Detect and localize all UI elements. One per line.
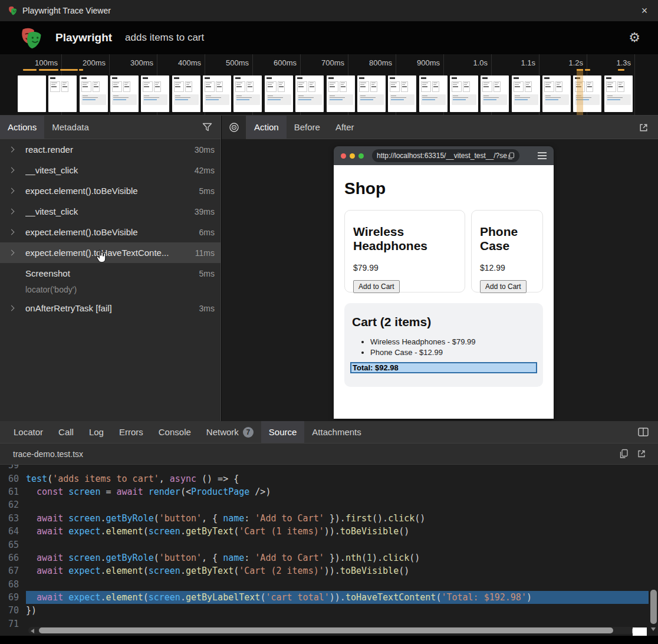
film-strip-thumbnail[interactable]	[233, 75, 262, 112]
app-header: Playwright adds items to cart ⚙	[0, 21, 658, 54]
horizontal-scrollbar-track	[28, 627, 638, 634]
timeline-selection-band[interactable]	[577, 69, 583, 115]
timeline-tick-label: 300ms	[112, 58, 153, 67]
film-strip-thumbnail[interactable]	[388, 75, 416, 112]
chevron-right-icon[interactable]	[9, 306, 21, 310]
timeline-strip[interactable]: 100ms200ms300ms400ms500ms600ms700ms800ms…	[0, 54, 658, 116]
open-snapshot-external-icon[interactable]	[633, 116, 653, 139]
line-number: 62	[0, 500, 26, 510]
scroll-down-arrow-icon[interactable]	[651, 627, 656, 631]
timeline-tick-label: 500ms	[208, 58, 249, 67]
snapshot-browser-window: http://localhost:63315/__vitest_test__/?…	[334, 146, 554, 419]
window-title: Playwright Trace Viewer	[22, 6, 111, 15]
film-strip-thumbnail[interactable]	[295, 75, 324, 112]
snapshot-tabs: ActionBeforeAfter	[246, 116, 362, 139]
gear-icon[interactable]: ⚙	[629, 31, 640, 45]
tab-before[interactable]: Before	[287, 116, 328, 139]
filter-icon[interactable]	[197, 116, 217, 139]
tab-errors[interactable]: Errors	[111, 421, 151, 443]
film-strip-thumbnail[interactable]	[481, 75, 509, 112]
timeline-tick-label: 1.0s	[446, 58, 488, 67]
add-to-cart-button[interactable]: Add to Cart	[480, 280, 527, 293]
tab-source[interactable]: Source	[261, 421, 305, 443]
open-source-external-icon[interactable]	[637, 449, 646, 459]
code-line: 63 await screen.getByRole('button', { na…	[0, 512, 649, 525]
tab-log[interactable]: Log	[81, 421, 111, 443]
action-name: onAfterRetryTask [fail]	[25, 303, 196, 313]
code-text: const screen = await render(<ProductPage…	[26, 485, 649, 498]
film-strip-thumbnail[interactable]	[450, 75, 478, 112]
chevron-right-icon[interactable]	[9, 189, 21, 193]
action-row[interactable]: onAfterRetryTask [fail]3ms	[0, 298, 221, 318]
action-row[interactable]: Screenshot5ms	[0, 263, 221, 284]
actions-panel: ActionsMetadata react.render30ms__vitest…	[0, 116, 221, 421]
film-strip-thumbnail[interactable]	[265, 75, 293, 112]
line-number: 59	[0, 465, 26, 471]
close-icon[interactable]: ×	[638, 4, 651, 17]
browser-menu-icon[interactable]	[538, 152, 547, 159]
code-text	[26, 465, 649, 472]
tab-attachments[interactable]: Attachments	[304, 421, 369, 443]
chevron-right-icon[interactable]	[9, 147, 21, 152]
chevron-right-icon[interactable]	[9, 251, 21, 255]
action-duration-bar	[585, 69, 590, 71]
chevron-right-icon[interactable]	[9, 168, 21, 172]
playwright-masks-icon	[7, 5, 18, 16]
film-strip-thumbnail[interactable]	[357, 75, 386, 112]
film-strip-thumbnail[interactable]	[604, 75, 633, 112]
action-row[interactable]: __vitest_click42ms	[0, 160, 221, 180]
code-text	[26, 498, 649, 511]
tab-after[interactable]: After	[328, 116, 362, 139]
film-strip-thumbnail[interactable]	[512, 75, 540, 112]
code-text: await expect.element(screen.getByText('C…	[26, 564, 649, 577]
action-duration: 11ms	[192, 248, 221, 258]
cart-item: Phone Case - $12.99	[370, 348, 476, 357]
product-card: Phone Case$12.99Add to Cart	[471, 210, 543, 293]
split-panel-icon[interactable]	[638, 428, 649, 436]
vertical-scrollbar[interactable]	[650, 590, 657, 624]
chevron-right-icon[interactable]	[9, 230, 21, 234]
film-strip-thumbnail[interactable]	[203, 75, 231, 112]
snapshot-page: Shop Wireless Headphones$79.99Add to Car…	[334, 165, 554, 419]
code-line: 59	[0, 465, 649, 472]
film-strip-thumbnail[interactable]	[80, 75, 108, 112]
tab-console[interactable]: Console	[151, 421, 199, 443]
code-text: await expect.element(screen.getByText('C…	[26, 525, 649, 538]
film-strip-thumbnail[interactable]	[141, 75, 169, 112]
film-strip-thumbnail[interactable]	[327, 75, 355, 112]
cart-heading: Cart (2 items)	[352, 315, 431, 329]
action-row[interactable]: __vitest_click39ms	[0, 201, 221, 222]
code-lines: 5960test('adds items to cart', async () …	[0, 465, 649, 630]
tab-call[interactable]: Call	[51, 421, 81, 443]
chevron-right-icon[interactable]	[9, 209, 21, 213]
actions-list: react.render30ms__vitest_click42msexpect…	[0, 139, 221, 421]
actions-toolbar: ActionsMetadata	[0, 116, 221, 139]
line-number: 61	[0, 487, 26, 497]
film-strip-thumbnail[interactable]	[419, 75, 448, 112]
line-number: 60	[0, 474, 26, 484]
tab-actions[interactable]: Actions	[0, 116, 44, 139]
copy-url-icon[interactable]	[508, 152, 515, 160]
trace-viewer-app: Playwright Trace Viewer × Playwright add…	[0, 0, 658, 644]
action-row[interactable]: expect.element().toHaveTextConte...11ms	[0, 242, 221, 263]
copy-source-icon[interactable]	[619, 449, 629, 459]
horizontal-scrollbar[interactable]	[39, 627, 613, 633]
film-strip-thumbnail[interactable]	[18, 75, 46, 112]
pick-locator-icon[interactable]	[222, 116, 246, 139]
film-strip-thumbnail[interactable]	[48, 75, 77, 112]
scroll-left-arrow-icon[interactable]	[31, 629, 34, 633]
action-row[interactable]: expect.element().toBeVisible5ms	[0, 180, 221, 201]
action-name: __vitest_click	[25, 206, 191, 216]
tab-network[interactable]: Network7	[199, 421, 261, 443]
add-to-cart-button[interactable]: Add to Cart	[353, 280, 400, 293]
tab-metadata[interactable]: Metadata	[44, 116, 97, 139]
product-price: $12.99	[480, 263, 534, 272]
tab-locator[interactable]: Locator	[6, 421, 51, 443]
film-strip-thumbnail[interactable]	[172, 75, 200, 112]
film-strip-thumbnail[interactable]	[110, 75, 139, 112]
film-strip-thumbnail[interactable]	[542, 75, 571, 112]
tab-action[interactable]: Action	[246, 116, 287, 139]
window-titlebar: Playwright Trace Viewer ×	[0, 0, 658, 21]
action-row[interactable]: react.render30ms	[0, 139, 221, 160]
action-row[interactable]: expect.element().toBeVisible6ms	[0, 222, 221, 242]
